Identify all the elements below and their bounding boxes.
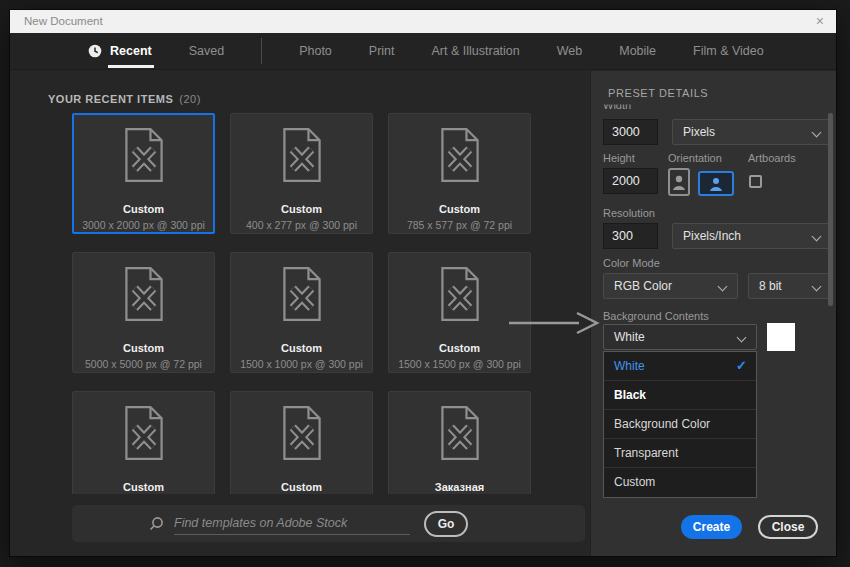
template-card[interactable]: Заказная <box>388 391 531 494</box>
chevron-down-icon <box>812 232 822 242</box>
search-icon <box>148 516 164 532</box>
close-icon[interactable]: × <box>816 10 824 33</box>
template-card[interactable]: Custom 785 x 577 px @ 72 ppi <box>388 113 531 234</box>
tab-print[interactable]: Print <box>369 44 395 58</box>
clock-icon <box>88 44 102 58</box>
bit-depth-select[interactable]: 8 bit <box>748 273 832 299</box>
document-icon <box>435 266 485 322</box>
template-card[interactable]: Custom <box>230 391 373 494</box>
tab-photo[interactable]: Photo <box>299 44 332 58</box>
document-icon <box>435 405 485 461</box>
menu-option-custom[interactable]: Custom <box>604 468 756 497</box>
template-card[interactable]: Custom 3000 x 2000 px @ 300 ppi <box>72 113 215 234</box>
orientation-portrait-button[interactable] <box>668 168 690 196</box>
close-button[interactable]: Close <box>758 515 818 539</box>
template-card[interactable]: Custom 1500 x 1000 px @ 300 ppi <box>230 252 373 373</box>
color-mode-select[interactable]: RGB Color <box>603 273 738 299</box>
color-mode-label: Color Mode <box>603 257 660 269</box>
template-card[interactable]: Custom 5000 x 5000 px @ 72 ppi <box>72 252 215 373</box>
tab-art-illustration[interactable]: Art & Illustration <box>432 44 520 58</box>
resolution-input[interactable] <box>603 223 658 249</box>
menu-option-black[interactable]: Black <box>604 381 756 410</box>
recent-items-heading: YOUR RECENT ITEMS(20) <box>48 93 201 105</box>
artboards-checkbox[interactable] <box>749 175 762 188</box>
tab-divider <box>261 38 262 64</box>
tab-mobile[interactable]: Mobile <box>619 44 656 58</box>
create-button[interactable]: Create <box>681 515 742 539</box>
document-icon <box>277 266 327 322</box>
chevron-down-icon <box>718 282 728 292</box>
tab-web[interactable]: Web <box>557 44 582 58</box>
template-title: Custom <box>123 203 164 216</box>
document-icon <box>435 127 485 183</box>
annotation-arrow <box>505 311 601 335</box>
template-card[interactable]: Custom <box>72 391 215 494</box>
menu-option-white[interactable]: White ✓ <box>604 352 756 381</box>
chevron-down-icon <box>812 282 822 292</box>
background-contents-menu: White ✓ Black Background Color Transpare… <box>603 351 757 498</box>
height-input[interactable] <box>603 168 658 194</box>
chevron-down-icon <box>737 333 747 343</box>
width-label: Width <box>603 99 631 111</box>
menu-option-transparent[interactable]: Transparent <box>604 439 756 468</box>
preset-details-panel: PRESET DETAILS Width Pixels Height Orien… <box>590 71 836 556</box>
adobe-stock-search-bar: Go <box>72 505 585 542</box>
orientation-label: Orientation <box>668 152 722 164</box>
chevron-down-icon <box>812 128 822 138</box>
template-grid: Custom 3000 x 2000 px @ 300 ppi Custom 4… <box>72 113 531 494</box>
title-bar: New Document × <box>10 10 836 33</box>
tab-label: Recent <box>110 44 152 58</box>
search-input[interactable] <box>174 513 410 535</box>
resolution-unit-select[interactable]: Pixels/Inch <box>672 223 832 249</box>
background-contents-select[interactable]: White <box>603 324 757 350</box>
template-dimensions: 3000 x 2000 px @ 300 ppi <box>82 219 205 231</box>
tab-film-video[interactable]: Film & Video <box>693 44 764 58</box>
tab-saved[interactable]: Saved <box>189 44 224 58</box>
background-color-swatch[interactable] <box>767 323 795 351</box>
check-icon: ✓ <box>736 352 747 380</box>
tab-bar: Recent Saved Photo Print Art & Illustrat… <box>10 33 836 70</box>
go-button[interactable]: Go <box>424 511 468 537</box>
document-icon <box>277 405 327 461</box>
preset-details-heading: PRESET DETAILS <box>608 87 708 99</box>
document-icon <box>119 405 169 461</box>
tab-recent[interactable]: Recent <box>88 44 152 58</box>
document-icon <box>277 127 327 183</box>
artboards-label: Artboards <box>748 152 796 164</box>
background-contents-label: Background Contents <box>603 310 709 322</box>
recent-items-panel: YOUR RECENT ITEMS(20) Custom 3000 x 2000… <box>10 71 590 556</box>
window-title: New Document <box>24 10 103 33</box>
new-document-dialog: New Document × Recent Saved Photo Print … <box>10 10 836 556</box>
resolution-label: Resolution <box>603 207 655 219</box>
template-card[interactable]: Custom 400 x 277 px @ 300 ppi <box>230 113 373 234</box>
recent-items-count: (20) <box>179 93 201 105</box>
document-icon <box>119 266 169 322</box>
portrait-person-icon <box>671 172 687 192</box>
panel-scrollbar[interactable] <box>828 113 833 306</box>
menu-option-background-color[interactable]: Background Color <box>604 410 756 439</box>
width-input[interactable] <box>603 119 658 145</box>
document-icon <box>119 127 169 183</box>
height-label: Height <box>603 152 635 164</box>
width-unit-select[interactable]: Pixels <box>672 119 832 145</box>
orientation-landscape-button[interactable] <box>698 171 734 196</box>
landscape-person-icon <box>706 175 726 192</box>
